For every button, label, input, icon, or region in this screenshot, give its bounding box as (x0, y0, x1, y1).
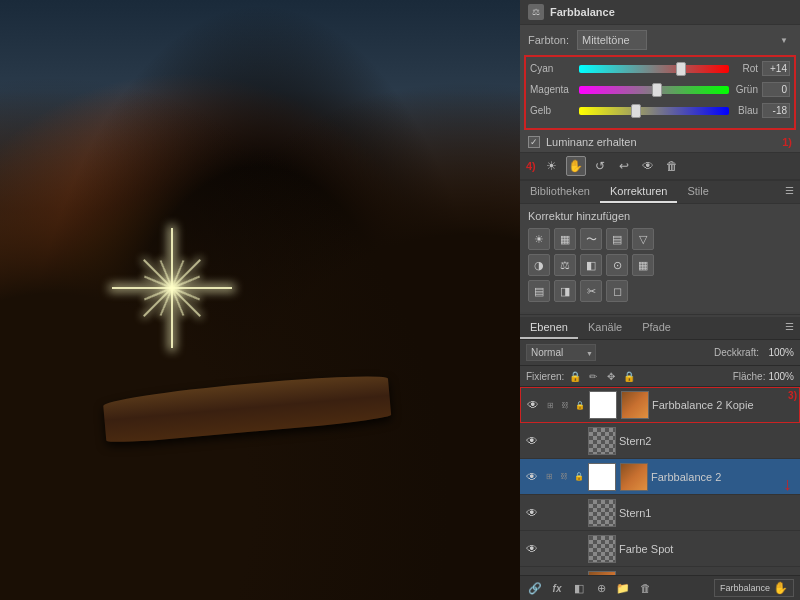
etab-pfade[interactable]: Pfade (632, 317, 681, 339)
layer-thumb-farbe (588, 535, 616, 563)
layer-eye-fb2k[interactable]: 👁 (525, 397, 541, 413)
layer-stern2[interactable]: 👁 Stern2 (520, 423, 800, 459)
magenta-gruen-row: Magenta Grün (530, 82, 790, 97)
korr-channelMix-icon[interactable]: ▦ (632, 254, 654, 276)
luminanz-checkbox[interactable]: ✓ (528, 136, 540, 148)
fix-icon-3[interactable]: ✥ (604, 369, 618, 383)
farbton-select[interactable]: Mitteltöne Tiefen Lichter (577, 30, 647, 50)
rotate-icon[interactable]: ↺ (590, 156, 610, 176)
cyan-rot-row: Cyan Rot (530, 61, 790, 76)
layer-link-fb2[interactable]: ⊞ (543, 471, 555, 483)
korr-colorBalance-icon[interactable]: ⚖ (554, 254, 576, 276)
korr-gradient-icon[interactable]: ✂ (580, 280, 602, 302)
layer-link-stern1 (543, 507, 555, 519)
layer-chain-farbe (558, 543, 570, 555)
deckkraft-value[interactable]: 100% (762, 347, 794, 358)
fixieren-row: Fixieren: 🔒 ✏ ✥ 🔒 Fläche: 100% (520, 366, 800, 387)
layer-farbbalance2kopie[interactable]: 👁 ⊞ ⛓ 🔒 Farbbalance 2 Kopie 3) (520, 387, 800, 423)
opacity-row: Deckkraft: 100% (714, 347, 794, 358)
luminanz-row: ✓ Luminanz erhalten 1) (520, 134, 800, 152)
layer-link-stern2[interactable] (543, 435, 555, 447)
rocks-overlay (0, 0, 520, 600)
layer-farbbalance2[interactable]: 👁 ⊞ ⛓ 🔒 Farbbalance 2 (520, 459, 800, 495)
korr-posterize-icon[interactable]: ▤ (528, 280, 550, 302)
layer-stern1[interactable]: 👁 Stern1 (520, 495, 800, 531)
tab-stile[interactable]: Stile (677, 181, 718, 203)
bt-trash-icon[interactable]: 🗑 (636, 579, 654, 597)
trash-icon[interactable]: 🗑 (662, 156, 682, 176)
layer-chain-fb2[interactable]: ⛓ (558, 471, 570, 483)
gelb-slider-thumb[interactable] (631, 104, 641, 118)
bt-folder-icon[interactable]: 📁 (614, 579, 632, 597)
gelb-slider-track[interactable] (579, 107, 729, 115)
layer-thumb-stern1 (588, 499, 616, 527)
flache-value[interactable]: 100% (768, 371, 794, 382)
fix-icon-2[interactable]: ✏ (586, 369, 600, 383)
etab-ebenen[interactable]: Ebenen (520, 317, 578, 339)
layer-thumb-stern2 (588, 427, 616, 455)
divider1 (520, 314, 800, 315)
gelb-blau-value[interactable] (762, 103, 790, 118)
layer-eye-stern1[interactable]: 👁 (524, 505, 540, 521)
layer-mask-fb2k[interactable]: 🔒 (574, 399, 586, 411)
ebenen-tabs: Ebenen Kanäle Pfade ☰ (520, 317, 800, 340)
layer-mask-fb2[interactable]: 🔒 (573, 471, 585, 483)
layer-farbe-spot[interactable]: 👁 Farbe Spot (520, 531, 800, 567)
layer-adj-thumb-fb2k (621, 391, 649, 419)
korr-levels-icon[interactable]: ▦ (554, 228, 576, 250)
undo-icon[interactable]: ↩ (614, 156, 634, 176)
korr-solidColor-icon[interactable]: ◻ (606, 280, 628, 302)
right-panel: ⚖ Farbbalance Farbton: Mitteltöne Tiefen… (520, 0, 800, 600)
layer-eye-farbe[interactable]: 👁 (524, 541, 540, 557)
korr-threshold-icon[interactable]: ◨ (554, 280, 576, 302)
annotation-4: 4) (526, 160, 536, 172)
cyan-slider-track[interactable] (579, 65, 729, 73)
blend-mode-select[interactable]: Normal Auflösen Abdunkeln (526, 344, 596, 361)
eye-toolbar-icon[interactable]: 👁 (638, 156, 658, 176)
layer-annotation-3: 3) (788, 390, 797, 401)
layer-link-fb2k[interactable]: ⊞ (544, 399, 556, 411)
layer-name-fb2: Farbbalance 2 (651, 471, 796, 483)
fix-icon-1[interactable]: 🔒 (568, 369, 582, 383)
layer-eye-stern2[interactable]: 👁 (524, 433, 540, 449)
sliders-area: Cyan Rot Magenta Grün Gelb (524, 55, 796, 130)
korr-hueSat-icon[interactable]: ◑ (528, 254, 550, 276)
korr-bw-icon[interactable]: ◧ (580, 254, 602, 276)
cyan-label: Cyan (530, 63, 575, 74)
layer-thumb-fb2-white (588, 463, 616, 491)
korr-exposure-icon[interactable]: ▤ (606, 228, 628, 250)
korr-curves-icon[interactable]: 〜 (580, 228, 602, 250)
etab-kanaele[interactable]: Kanäle (578, 317, 632, 339)
hand-icon[interactable]: ✋ (566, 156, 586, 176)
fix-icon-4[interactable]: 🔒 (622, 369, 636, 383)
bt-link-icon[interactable]: 🔗 (526, 579, 544, 597)
blau-label: Blau (733, 105, 758, 116)
tab-korrekturen[interactable]: Korrekturen (600, 181, 677, 203)
bt-adjustment-icon[interactable]: ⊕ (592, 579, 610, 597)
layer-name-stern1: Stern1 (619, 507, 796, 519)
korr-menu-icon[interactable]: ☰ (779, 181, 800, 203)
magenta-slider-track[interactable] (579, 86, 729, 94)
layer-chain-fb2k[interactable]: ⛓ (559, 399, 571, 411)
magenta-slider-thumb[interactable] (652, 83, 662, 97)
cyan-slider-thumb[interactable] (676, 62, 686, 76)
cyan-rot-value[interactable] (762, 61, 790, 76)
korr-vibrance-icon[interactable]: ▽ (632, 228, 654, 250)
ebenen-section: Ebenen Kanäle Pfade ☰ Normal Auflösen Ab… (520, 317, 800, 600)
blend-controls-row: Normal Auflösen Abdunkeln Deckkraft: 100… (520, 340, 800, 366)
layer-hintergrund[interactable]: 👁 Hintergrund 🔒 2) (520, 567, 800, 575)
bt-fx-icon[interactable]: fx (548, 579, 566, 597)
tab-bibliotheken[interactable]: Bibliotheken (520, 181, 600, 203)
layer-eye-fb2[interactable]: 👁 (524, 469, 540, 485)
fb-mini-text: Farbbalance (720, 583, 770, 593)
annotation-1: 1) (782, 136, 792, 148)
bt-mask-icon[interactable]: ◧ (570, 579, 588, 597)
ebenen-menu-icon[interactable]: ☰ (779, 317, 800, 339)
fb-mini-indicator: Farbbalance ✋ (714, 579, 794, 597)
magenta-gruen-value[interactable] (762, 82, 790, 97)
korr-icons-row2: ◑ ⚖ ◧ ⊙ ▦ (528, 254, 792, 276)
sun-icon[interactable]: ☀ (542, 156, 562, 176)
korr-photoFilter-icon[interactable]: ⊙ (606, 254, 628, 276)
layer-link-farbe (543, 543, 555, 555)
korr-brightness-icon[interactable]: ☀ (528, 228, 550, 250)
